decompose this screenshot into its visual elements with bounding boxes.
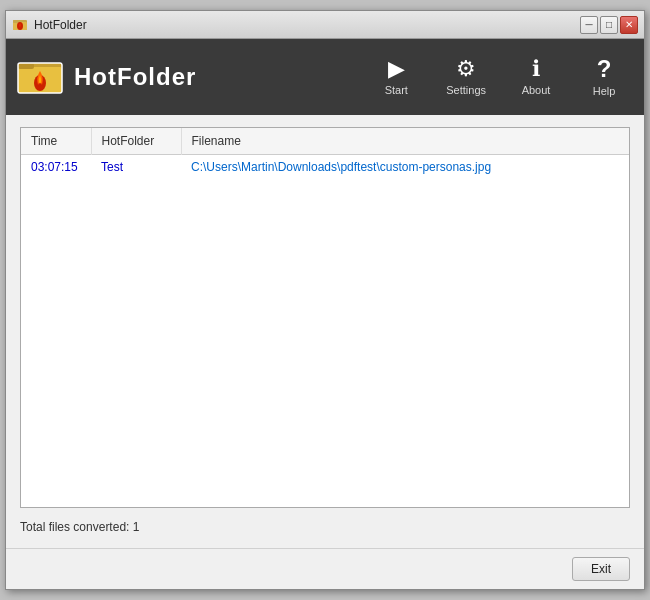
app-brand: HotFolder — [16, 53, 366, 101]
title-bar-app-icon — [12, 17, 28, 33]
title-bar-left: HotFolder — [12, 17, 87, 33]
status-count: 1 — [133, 520, 140, 534]
settings-icon: ⚙ — [456, 58, 476, 80]
title-bar-controls: ─ □ ✕ — [580, 16, 638, 34]
status-bar: Total files converted: 1 — [20, 518, 630, 536]
close-button[interactable]: ✕ — [620, 16, 638, 34]
about-button[interactable]: ℹ About — [506, 52, 566, 102]
title-bar-title: HotFolder — [34, 18, 87, 32]
main-content: Time HotFolder Filename 03:07:15 Test C:… — [6, 115, 644, 548]
start-label: Start — [385, 84, 408, 96]
settings-button[interactable]: ⚙ Settings — [434, 52, 498, 102]
col-filename: Filename — [181, 128, 629, 155]
row-filename: C:\Users\Martin\Downloads\pdftest\custom… — [181, 155, 629, 180]
app-logo-icon — [16, 53, 64, 101]
col-hotfolder: HotFolder — [91, 128, 181, 155]
svg-rect-6 — [18, 63, 34, 69]
title-bar: HotFolder ─ □ ✕ — [6, 11, 644, 39]
footer: Exit — [6, 548, 644, 589]
maximize-button[interactable]: □ — [600, 16, 618, 34]
help-button[interactable]: ? Help — [574, 51, 634, 103]
col-time: Time — [21, 128, 91, 155]
toolbar-actions: ▶ Start ⚙ Settings ℹ About ? Help — [366, 51, 634, 103]
toolbar: HotFolder ▶ Start ⚙ Settings ℹ About ? H… — [6, 39, 644, 115]
start-icon: ▶ — [388, 58, 405, 80]
help-icon: ? — [597, 57, 612, 81]
status-label: Total files converted: — [20, 520, 129, 534]
exit-button[interactable]: Exit — [572, 557, 630, 581]
row-hotfolder: Test — [91, 155, 181, 180]
table-header-row: Time HotFolder Filename — [21, 128, 629, 155]
row-time: 03:07:15 — [21, 155, 91, 180]
svg-rect-2 — [13, 20, 19, 23]
start-button[interactable]: ▶ Start — [366, 52, 426, 102]
about-icon: ℹ — [532, 58, 540, 80]
brand-title: HotFolder — [74, 63, 196, 91]
help-label: Help — [593, 85, 616, 97]
about-label: About — [522, 84, 551, 96]
minimize-button[interactable]: ─ — [580, 16, 598, 34]
table-row: 03:07:15 Test C:\Users\Martin\Downloads\… — [21, 155, 629, 180]
file-table: Time HotFolder Filename 03:07:15 Test C:… — [21, 128, 629, 179]
file-table-container: Time HotFolder Filename 03:07:15 Test C:… — [20, 127, 630, 508]
settings-label: Settings — [446, 84, 486, 96]
main-window: HotFolder ─ □ ✕ HotFolder — [5, 10, 645, 590]
